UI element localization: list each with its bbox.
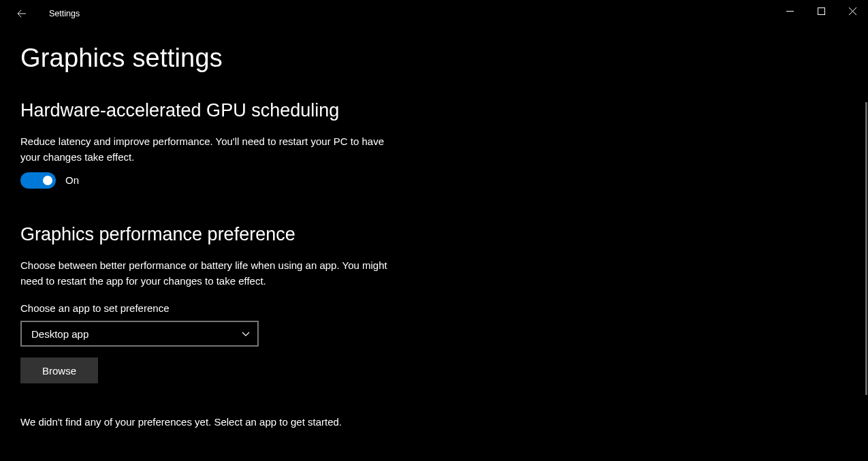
perf-pref-description: Choose between better performance or bat… [20, 257, 395, 289]
scrollbar[interactable] [865, 102, 867, 395]
toggle-thumb [43, 176, 52, 185]
browse-button[interactable]: Browse [20, 357, 98, 383]
close-button[interactable] [837, 0, 868, 22]
svg-rect-0 [818, 7, 824, 14]
back-button[interactable] [14, 5, 30, 22]
browse-button-label: Browse [42, 365, 76, 377]
empty-preferences-message: We didn't find any of your preferences y… [20, 416, 456, 428]
gpu-scheduling-toggle-row: On [20, 172, 456, 189]
content-area: Graphics settings Hardware-accelerated G… [0, 27, 477, 428]
chevron-down-icon [241, 329, 251, 338]
app-select-label: Choose an app to set preference [20, 302, 456, 314]
maximize-icon [818, 7, 825, 15]
app-title: Settings [49, 9, 80, 18]
page-title: Graphics settings [20, 44, 456, 73]
minimize-icon [786, 7, 794, 15]
arrow-left-icon [16, 7, 28, 20]
gpu-scheduling-heading: Hardware-accelerated GPU scheduling [20, 100, 456, 121]
app-type-select[interactable]: Desktop app [20, 321, 259, 347]
gpu-scheduling-toggle[interactable] [20, 172, 56, 189]
app-type-select-value: Desktop app [31, 328, 89, 340]
minimize-button[interactable] [774, 0, 805, 22]
window-controls [774, 0, 868, 27]
titlebar: Settings [0, 0, 868, 27]
close-icon [849, 7, 856, 15]
maximize-button[interactable] [805, 0, 837, 22]
gpu-scheduling-toggle-label: On [65, 174, 79, 186]
perf-pref-heading: Graphics performance preference [20, 224, 456, 245]
titlebar-left: Settings [14, 5, 80, 22]
gpu-scheduling-description: Reduce latency and improve performance. … [20, 133, 395, 165]
